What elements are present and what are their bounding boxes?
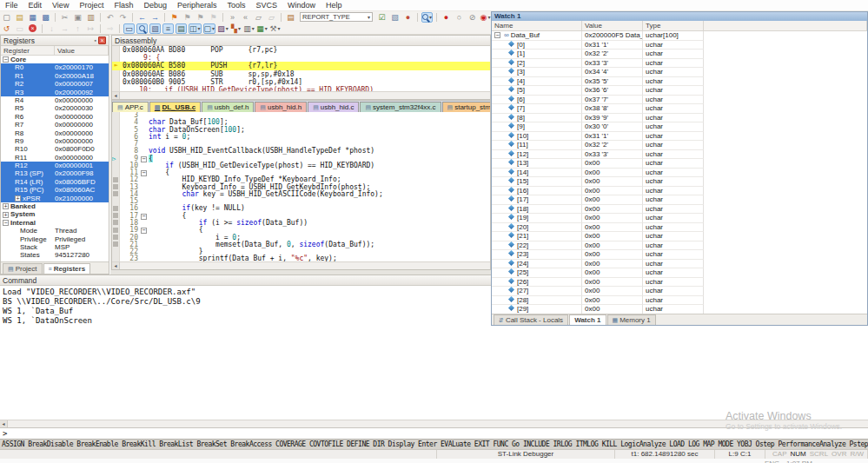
editor-hscrollbar[interactable]: ◂ (112, 261, 490, 269)
register-row[interactable]: R60x00000000 (1, 113, 109, 121)
watch-row[interactable]: [25]0x00uchar (492, 268, 867, 278)
register-row[interactable]: ModeThread (1, 227, 109, 235)
watch-row[interactable]: [16]0x00uchar (492, 187, 867, 196)
copy-icon[interactable]: ▣ (72, 12, 83, 23)
fold-collapse-icon[interactable]: − (141, 170, 147, 176)
editor-tab-dl-usb-c[interactable]: ▤DL_USB.c (149, 102, 201, 112)
register-row[interactable]: −Core (1, 56, 109, 63)
register-row[interactable]: R120x00000001 (1, 162, 109, 169)
serial-window-icon[interactable]: ▨▾ (217, 23, 229, 34)
menu-flash[interactable]: Flash (109, 0, 138, 11)
register-row[interactable]: R15 (PC)0x080060AC (1, 186, 109, 194)
watch-col-name[interactable]: Name (492, 21, 582, 30)
watch-row[interactable]: [7]0x38 '8'uchar (492, 104, 867, 114)
disassembly-line[interactable]: 9: { (112, 54, 490, 62)
trace-window-icon[interactable]: ▥▾ (243, 23, 255, 34)
command-window-icon[interactable]: ▭ (123, 23, 135, 34)
watch-row[interactable]: [26]0x00uchar (492, 278, 867, 288)
analysis-window-icon[interactable]: ▚▾ (230, 23, 242, 34)
watch-row[interactable]: [10]0x31 '1'uchar (492, 132, 867, 142)
close-icon[interactable]: × (98, 36, 106, 44)
step-out-icon[interactable]: ↑ (72, 23, 83, 34)
register-row[interactable]: R90x00000000 (1, 137, 109, 145)
watch-row[interactable]: [14]0x00uchar (492, 169, 867, 178)
menu-peripherals[interactable]: Peripherals (172, 0, 222, 11)
scroll-left-icon[interactable]: ◂ (112, 92, 120, 99)
watch-col-type[interactable]: Type (643, 21, 704, 30)
menu-debug[interactable]: Debug (138, 0, 172, 11)
register-row[interactable]: R40x00000000 (1, 96, 109, 104)
watch-row[interactable]: [17]0x00uchar (492, 195, 867, 205)
show-next-statement-icon[interactable]: ⇒ (104, 23, 116, 34)
code-line[interactable]: sprintf(Data_Buf + i, "%c", key); (149, 255, 490, 261)
register-row[interactable]: States945127280 (1, 251, 109, 259)
new-file-icon[interactable]: ▢ (1, 12, 12, 23)
disassembly-line[interactable]: 0x080060B0 9005 STR r0,[sp,#0x14] (112, 78, 490, 86)
disassembly-line[interactable]: 0x080060AA BD80 POP {r7,pc} (112, 46, 490, 54)
find-in-files-icon[interactable]: ▾ (421, 12, 433, 23)
enable-breakpoint-icon[interactable]: ○ (454, 12, 465, 23)
goto-definition-icon[interactable]: ● (402, 12, 414, 23)
uncomment-icon[interactable]: ▱ (266, 12, 277, 23)
watch-row[interactable]: [9]0x30 '0'uchar (492, 122, 867, 132)
report-type-combo[interactable]: REPORT_TYPE▾ (300, 12, 373, 22)
editor-tab-usbh-hid-c[interactable]: ▤usbh_hid.c (308, 102, 359, 112)
editor-fold-gutter[interactable]: −−−− (141, 112, 149, 261)
register-row[interactable]: +xPSR0x21000000 (1, 195, 109, 202)
disassembly-line[interactable]: ►0x080060AC B580 PUSH {r7,lr} (112, 62, 490, 69)
step-into-icon[interactable]: ↓ (46, 23, 57, 34)
stop-icon[interactable]: × (27, 23, 38, 34)
command-hscrollbar[interactable]: ◂ (0, 420, 868, 427)
pin-icon[interactable]: ▪ (95, 37, 96, 43)
redo-icon[interactable]: ↷ (117, 12, 129, 23)
editor-tab-usbh-hid-h[interactable]: ▤usbh_hid.h (255, 102, 307, 112)
cut-icon[interactable]: ✂ (59, 12, 70, 23)
code-line[interactable]: if (USBH_HID_GetDeviceType(phost) == HID… (149, 162, 490, 169)
watch-row[interactable]: [1]0x32 '2'uchar (492, 50, 867, 59)
tab-memory-1[interactable]: ▦Memory 1 (607, 314, 656, 325)
tree-expander-icon[interactable]: + (3, 212, 9, 218)
disassembly-body[interactable]: 0x080060AA BD80 POP {r7,pc} 9: { ►0x0800… (112, 46, 490, 91)
scroll-left-icon[interactable]: ◂ (112, 262, 120, 269)
navigate-back-icon[interactable]: ← (136, 12, 148, 23)
watch-row[interactable]: [2]0x33 '3'uchar (492, 59, 867, 69)
watch-row[interactable]: [29]0x00uchar (492, 305, 867, 314)
disassembly-line[interactable]: 0x080060AE B086 SUB sp,sp,#0x18 (112, 70, 490, 78)
watch-row[interactable]: [24]0x00uchar (492, 260, 867, 269)
save-icon[interactable]: ▦ (27, 12, 38, 23)
clear-bookmarks-icon[interactable]: ⚑ (208, 12, 219, 23)
menu-window[interactable]: Window (282, 0, 321, 11)
tree-expander-icon[interactable]: + (15, 195, 21, 202)
indent-icon[interactable]: » (227, 12, 238, 23)
fold-collapse-icon[interactable]: − (141, 214, 147, 220)
register-row[interactable]: PrivilegePrivileged (1, 235, 109, 243)
register-row[interactable]: R80x00000000 (1, 129, 109, 137)
bookmark-icon[interactable]: ⚑ (169, 12, 180, 23)
tab-watch-1[interactable]: Watch 1 (569, 314, 606, 325)
outdent-icon[interactable]: « (240, 12, 251, 23)
navigate-forward-icon[interactable]: → (149, 12, 161, 23)
watch-row[interactable]: [23]0x00uchar (492, 250, 867, 260)
tab-call-stack-locals[interactable]: ⇵Call Stack - Locals (494, 314, 568, 325)
insert-remove-breakpoint-icon[interactable]: ▭ (14, 23, 25, 34)
watch-row[interactable]: [11]0x32 '2'uchar (492, 141, 867, 150)
comment-icon[interactable]: ▱ (253, 12, 264, 23)
symbols-window-icon[interactable]: ▧ (149, 23, 161, 34)
registers-window-icon[interactable]: ≡ (162, 23, 174, 34)
editor-body[interactable]: ▷ 34567891011121314151617181920212223 −−… (112, 112, 490, 261)
prev-bookmark-icon[interactable]: ⚑ (182, 12, 193, 23)
command-input[interactable]: > (0, 427, 868, 439)
watch-row[interactable]: [22]0x00uchar (492, 241, 867, 251)
code-line[interactable]: char DataOnScreen[100]; (149, 127, 490, 134)
register-row[interactable]: R10x20000A18 (1, 72, 109, 80)
editor-code-area[interactable]: char Data_Buf[100];char DataOnScreen[100… (149, 112, 490, 261)
scroll-left-icon[interactable]: ◂ (0, 420, 8, 427)
menu-view[interactable]: View (47, 0, 74, 11)
watch-row[interactable]: [28]0x00uchar (492, 296, 867, 306)
menu-project[interactable]: Project (74, 0, 109, 11)
disassembly-line[interactable]: 10: if (USBH_HID_GetDeviceType(phost) ==… (112, 86, 490, 91)
disassembly-window-icon[interactable] (136, 23, 148, 34)
register-row[interactable]: −Internal (1, 219, 109, 227)
documentation-icon[interactable]: ▤ (285, 12, 296, 23)
code-line[interactable]: int i = 0; (149, 134, 490, 141)
